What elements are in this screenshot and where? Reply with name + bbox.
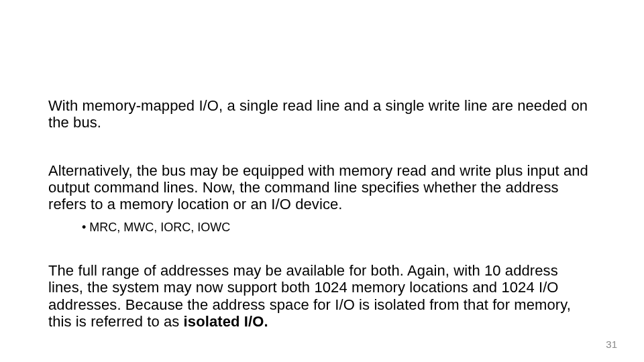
page-number: 31	[606, 339, 617, 350]
term-isolated-io: isolated I/O.	[184, 313, 268, 330]
paragraph-isolated-io-text: The full range of addresses may be avail…	[48, 262, 571, 330]
bullet-control-lines: MRC, MWC, IORC, IOWC	[82, 221, 596, 235]
paragraph-alternative: Alternatively, the bus may be equipped w…	[48, 162, 596, 213]
slide: With memory-mapped I/O, a single read li…	[0, 0, 644, 362]
paragraph-memory-mapped: With memory-mapped I/O, a single read li…	[48, 97, 596, 131]
bullet-list: MRC, MWC, IORC, IOWC	[82, 221, 596, 235]
paragraph-isolated-io: The full range of addresses may be avail…	[48, 262, 596, 330]
